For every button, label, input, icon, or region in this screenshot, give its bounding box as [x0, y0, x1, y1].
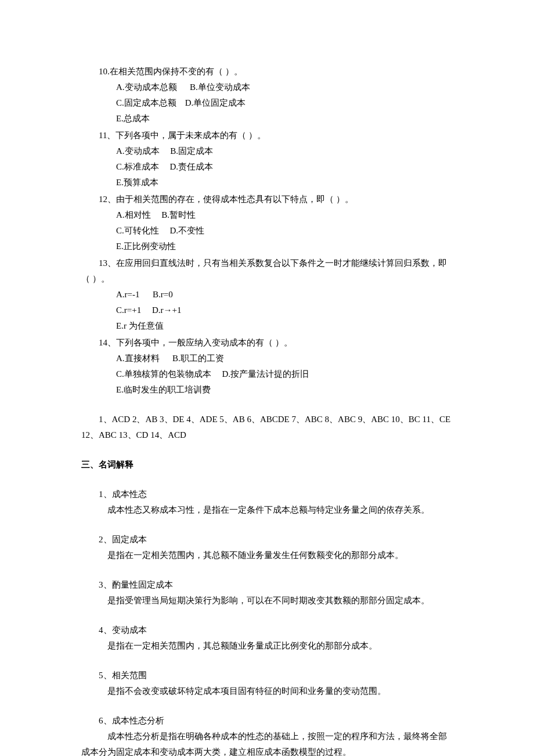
- term-3: 3、酌量性固定成本 是指受管理当局短期决策行为影响，可以在不同时期改变其数额的那…: [81, 577, 453, 609]
- q11-opt-e: E.预算成本: [116, 175, 453, 190]
- q14-opt-c-d: C.单独核算的包装物成本 D.按产量法计提的折旧: [116, 366, 453, 382]
- term-5: 5、相关范围 是指不会改变或破坏特定成本项目固有特征的时间和业务量的变动范围。: [81, 668, 453, 699]
- term-2-def: 是指在一定相关范围内，其总额不随业务量发生任何数额变化的那部分成本。: [81, 548, 453, 563]
- q11-options: A.变动成本 B.固定成本 C.标准成本 D.责任成本 E.预算成本: [81, 143, 453, 190]
- question-10: 10.在相关范围内保持不变的有（ ）。 A.变动成本总额 B.单位变动成本 C.…: [81, 64, 453, 127]
- term-4-def: 是指在一定相关范围内，其总额随业务量成正比例变化的那部分成本。: [81, 638, 453, 654]
- answers-block: 1、ACD 2、AB 3、DE 4、ADE 5、AB 6、ABCDE 7、ABC…: [81, 412, 453, 443]
- q13-options: A.r=-1 B.r=0 C.r=+1 D.r→+1 E.r 为任意值: [81, 287, 453, 334]
- q12-stem: 12、由于相关范围的存在，使得成本性态具有以下特点，即（ ）。: [81, 192, 453, 207]
- section-3-heading: 三、名词解释: [81, 457, 453, 473]
- term-3-def: 是指受管理当局短期决策行为影响，可以在不同时期改变其数额的那部分固定成本。: [81, 593, 453, 609]
- term-6-def-line1: 成本性态分析是指在明确各种成本的性态的基础上，按照一定的程序和方法，最终将全部: [81, 729, 453, 744]
- term-6-title: 6、成本性态分析: [81, 713, 453, 729]
- q12-opt-a-b: A.相对性 B.暂时性: [116, 207, 453, 223]
- q12-opt-c-d: C.可转化性 D.不变性: [116, 223, 453, 239]
- term-6-def-line2: 成本分为固定成本和变动成本两大类，建立相应成本函数模型的过程。: [81, 744, 453, 756]
- q12-opt-e: E.正比例变动性: [116, 239, 453, 254]
- term-5-def: 是指不会改变或破坏特定成本项目固有特征的时间和业务量的变动范围。: [81, 683, 453, 699]
- q13-opt-c-d: C.r=+1 D.r→+1: [116, 303, 453, 318]
- term-4: 4、变动成本 是指在一定相关范围内，其总额随业务量成正比例变化的那部分成本。: [81, 622, 453, 654]
- answers-line1: 1、ACD 2、AB 3、DE 4、ADE 5、AB 6、ABCDE 7、ABC…: [81, 412, 453, 427]
- term-1-def: 成本性态又称成本习性，是指在一定条件下成本总额与特定业务量之间的依存关系。: [81, 502, 453, 518]
- q11-opt-c-d: C.标准成本 D.责任成本: [116, 159, 453, 175]
- q10-opt-a-b: A.变动成本总额 B.单位变动成本: [116, 80, 453, 95]
- q14-opt-a-b: A.直接材料 B.职工的工资: [116, 351, 453, 366]
- term-1: 1、成本性态 成本性态又称成本习性，是指在一定条件下成本总额与特定业务量之间的依…: [81, 487, 453, 518]
- q14-opt-e: E.临时发生的职工培训费: [116, 382, 453, 398]
- term-6: 6、成本性态分析 成本性态分析是指在明确各种成本的性态的基础上，按照一定的程序和…: [81, 713, 453, 756]
- q13-opt-e: E.r 为任意值: [116, 318, 453, 334]
- question-13: 13、在应用回归直线法时，只有当相关系数复合以下条件之一时才能继续计算回归系数，…: [81, 255, 453, 334]
- q13-stem-line2: （ ）。: [81, 271, 453, 287]
- question-11: 11、下列各项中，属于未来成本的有（ ）。 A.变动成本 B.固定成本 C.标准…: [81, 128, 453, 190]
- q12-options: A.相对性 B.暂时性 C.可转化性 D.不变性 E.正比例变动性: [81, 207, 453, 254]
- q14-options: A.直接材料 B.职工的工资 C.单独核算的包装物成本 D.按产量法计提的折旧 …: [81, 351, 453, 398]
- q11-stem: 11、下列各项中，属于未来成本的有（ ）。: [81, 128, 453, 143]
- term-3-title: 3、酌量性固定成本: [81, 577, 453, 593]
- term-1-title: 1、成本性态: [81, 487, 453, 502]
- q13-stem-line1: 13、在应用回归直线法时，只有当相关系数复合以下条件之一时才能继续计算回归系数，…: [81, 255, 453, 271]
- term-2-title: 2、固定成本: [81, 532, 453, 548]
- q10-opt-e: E.总成本: [116, 111, 453, 127]
- question-12: 12、由于相关范围的存在，使得成本性态具有以下特点，即（ ）。 A.相对性 B.…: [81, 192, 453, 254]
- term-5-title: 5、相关范围: [81, 668, 453, 683]
- term-4-title: 4、变动成本: [81, 622, 453, 638]
- term-2: 2、固定成本 是指在一定相关范围内，其总额不随业务量发生任何数额变化的那部分成本…: [81, 532, 453, 563]
- q10-options: A.变动成本总额 B.单位变动成本 C.固定成本总额 D.单位固定成本 E.总成…: [81, 80, 453, 127]
- q14-stem: 14、下列各项中，一般应纳入变动成本的有（ ）。: [81, 335, 453, 351]
- q10-stem: 10.在相关范围内保持不变的有（ ）。: [81, 64, 453, 80]
- answers-line2: 12、ABC 13、CD 14、ACD: [81, 427, 453, 443]
- question-14: 14、下列各项中，一般应纳入变动成本的有（ ）。 A.直接材料 B.职工的工资 …: [81, 335, 453, 398]
- q10-opt-c-d: C.固定成本总额 D.单位固定成本: [116, 95, 453, 111]
- q11-opt-a-b: A.变动成本 B.固定成本: [116, 143, 453, 159]
- q13-opt-a-b: A.r=-1 B.r=0: [116, 287, 453, 303]
